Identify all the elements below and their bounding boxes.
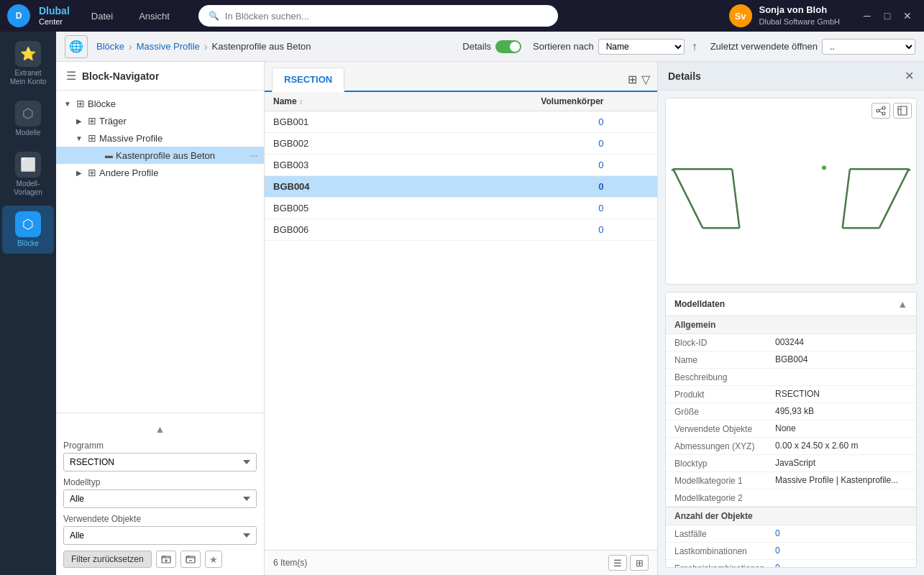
sidebar-item-modelle[interactable]: ⬡ Modelle bbox=[2, 95, 54, 143]
breadcrumb-current: Kastenprofile aus Beton bbox=[212, 41, 311, 52]
search-bar: 🔍 bbox=[198, 5, 558, 27]
breadcrumb-massive[interactable]: Massive Profile bbox=[137, 41, 200, 52]
user-name: Sonja von Bloh bbox=[759, 4, 841, 17]
add-folder-button[interactable] bbox=[156, 551, 176, 568]
tree-item-kastenprofile[interactable]: ▬ Kastenprofile aus Beton ··· bbox=[56, 147, 264, 164]
filter-icon[interactable]: ▽ bbox=[641, 73, 650, 86]
tree-label-kastenprofile: Kastenprofile aus Beton bbox=[116, 150, 215, 161]
user-info: Sonja von Bloh Dlubal Software GmbH bbox=[759, 4, 841, 27]
row-name: BGB005 bbox=[265, 198, 404, 219]
row-volumen: 0 bbox=[404, 176, 612, 198]
breadcrumb-sep-1: › bbox=[129, 41, 132, 52]
nav-header-icon: ☰ bbox=[66, 69, 76, 83]
svg-line-10 bbox=[673, 169, 703, 228]
expand-massive[interactable]: ▼ bbox=[73, 132, 85, 144]
row-action bbox=[613, 176, 658, 198]
details-close-button[interactable]: ✕ bbox=[905, 69, 914, 83]
share-icon bbox=[876, 106, 886, 116]
col-name: Name ↕ bbox=[265, 92, 404, 111]
cross-section-svg bbox=[666, 98, 916, 284]
favorite-button[interactable]: ★ bbox=[205, 551, 222, 568]
details-header: Details ✕ bbox=[658, 62, 924, 91]
nav-tree: ▼ ⊞ Blöcke ▶ ⊞ Träger ▼ ⊞ Massive Profil… bbox=[56, 91, 264, 413]
menu-ansicht[interactable]: Ansicht bbox=[133, 8, 175, 24]
verwendete-select[interactable]: Alle bbox=[63, 526, 257, 545]
svg-line-12 bbox=[843, 169, 850, 228]
nav-toggle[interactable]: ▲ bbox=[63, 420, 257, 441]
table-row-selected[interactable]: BGB004 0 bbox=[265, 176, 657, 198]
tree-item-massive[interactable]: ▼ ⊞ Massive Profile bbox=[56, 129, 264, 147]
table-row[interactable]: BGB005 0 bbox=[265, 198, 657, 219]
tab-actions: ⊞ ▽ bbox=[628, 73, 650, 91]
expand-kastenprofile bbox=[91, 150, 102, 161]
tree-icon-traeger: ⊞ bbox=[88, 115, 96, 126]
expand-traeger[interactable]: ▶ bbox=[73, 115, 85, 126]
close-button[interactable]: ✕ bbox=[898, 9, 917, 23]
table-row[interactable]: BGB003 0 bbox=[265, 155, 657, 176]
modelltyp-select[interactable]: Alle bbox=[63, 489, 257, 508]
nav-header: ☰ Block-Navigator bbox=[56, 62, 264, 91]
app-brand: Dlubal Center bbox=[39, 6, 70, 25]
key-verwendete: Verwendete Objekte bbox=[674, 423, 775, 434]
menu-bar: Datei Ansicht bbox=[86, 8, 175, 24]
svg-line-16 bbox=[672, 169, 673, 170]
minimize-button[interactable]: ─ bbox=[858, 9, 877, 23]
modelltyp-group: Modelltyp Alle bbox=[63, 477, 257, 508]
collapse-icon: ▲ bbox=[155, 423, 165, 435]
add-folder-icon bbox=[161, 554, 171, 564]
table-footer: 6 Item(s) ☰ ⊞ bbox=[265, 550, 657, 575]
table-row[interactable]: BGB002 0 bbox=[265, 133, 657, 155]
menu-datei[interactable]: Datei bbox=[86, 8, 119, 24]
maximize-button[interactable]: □ bbox=[878, 9, 897, 23]
table-row[interactable]: BGB006 0 bbox=[265, 219, 657, 241]
expand-bloecke[interactable]: ▼ bbox=[62, 98, 73, 109]
filter-reset-button[interactable]: Filter zurücksetzen bbox=[63, 551, 152, 568]
sidebar-item-vorlagen[interactable]: ⬜ Modell-Vorlagen bbox=[2, 146, 54, 203]
table-body: BGB001 0 BGB002 0 BGB003 0 bbox=[265, 111, 657, 241]
search-input[interactable] bbox=[225, 11, 548, 22]
tree-item-bloecke[interactable]: ▼ ⊞ Blöcke bbox=[56, 95, 264, 112]
nav-header-title: Block-Navigator bbox=[82, 70, 159, 82]
val-abmessungen: 0.00 x 24.50 x 2.60 m bbox=[775, 441, 858, 451]
sort-asc-icon[interactable]: ↑ bbox=[692, 40, 697, 53]
modelldaten-title: Modelldaten bbox=[674, 299, 725, 309]
remove-folder-button[interactable] bbox=[180, 551, 201, 568]
tree-label-bloecke: Blöcke bbox=[88, 98, 116, 109]
table-scroll: Name ↕ Volumenkörper BGB001 0 BGB002 bbox=[265, 92, 657, 550]
tree-icon-bloecke: ⊞ bbox=[76, 98, 85, 109]
details-toggle-label: Details bbox=[462, 41, 491, 52]
program-select[interactable]: RSECTION RFEM RSTAB bbox=[63, 453, 257, 472]
sort-select[interactable]: Name Größe Datum bbox=[598, 39, 685, 55]
breadcrumb-bloecke[interactable]: Blöcke bbox=[96, 41, 124, 52]
details-toggle[interactable] bbox=[495, 40, 521, 53]
svg-line-5 bbox=[879, 109, 882, 110]
detail-groesse: Größe 495,93 kB bbox=[666, 403, 916, 420]
grid-view-button[interactable]: ⊞ bbox=[630, 555, 649, 571]
sidebar-item-bloecke[interactable]: ⬡ Blöcke bbox=[2, 206, 54, 254]
table-panel: RSECTION ⊞ ▽ Name ↕ Volumenkörper bbox=[265, 62, 658, 575]
sidebar-item-extranet[interactable]: ⭐ Extranet Mein Konto bbox=[2, 35, 54, 92]
globe-button[interactable]: 🌐 bbox=[65, 35, 88, 58]
tree-icon-kastenprofile: ▬ bbox=[105, 151, 113, 160]
col-volumen: Volumenkörper bbox=[404, 92, 612, 111]
recently-select[interactable]: .. bbox=[822, 39, 915, 55]
sidebar-item-label-extranet: Extranet Mein Konto bbox=[10, 69, 47, 86]
table-row[interactable]: BGB001 0 bbox=[265, 111, 657, 133]
list-view-button[interactable]: ☰ bbox=[608, 555, 627, 571]
row-action bbox=[613, 111, 658, 133]
expand-preview-button[interactable] bbox=[893, 103, 912, 119]
preview-area bbox=[665, 98, 917, 285]
columns-icon[interactable]: ⊞ bbox=[628, 73, 637, 86]
tab-rsection[interactable]: RSECTION bbox=[272, 68, 344, 92]
expand-andere[interactable]: ▶ bbox=[73, 167, 85, 178]
svg-line-6 bbox=[879, 111, 882, 113]
bloecke-icon: ⬡ bbox=[15, 211, 41, 237]
kastenprofile-dots[interactable]: ··· bbox=[250, 150, 258, 161]
tree-item-traeger[interactable]: ▶ ⊞ Träger bbox=[56, 112, 264, 129]
tree-item-andere[interactable]: ▶ ⊞ Andere Profile bbox=[56, 164, 264, 181]
key-produkt: Produkt bbox=[674, 389, 775, 400]
scroll-up-button[interactable]: ▲ bbox=[897, 298, 907, 310]
share-button[interactable] bbox=[872, 103, 890, 119]
detail-abmessungen: Abmessungen (XYZ) 0.00 x 24.50 x 2.60 m bbox=[666, 438, 916, 455]
key-beschreibung: Beschreibung bbox=[674, 372, 775, 382]
